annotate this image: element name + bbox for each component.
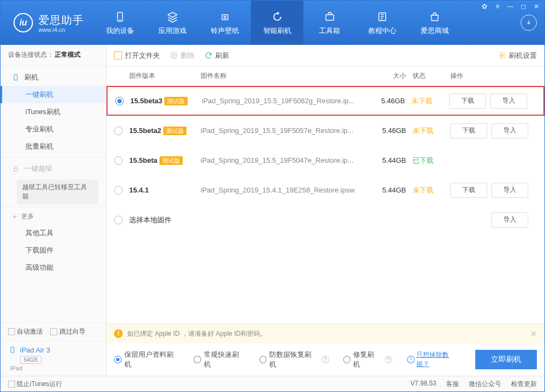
sidebar-item[interactable]: 下载固件: [1, 242, 106, 259]
firmware-version: 15.5beta2测试版: [129, 127, 201, 135]
firmware-version: 15.5beta3测试版: [130, 97, 202, 105]
warning-text: 如已绑定 Apple ID ，请准备好 Apple ID和密码。: [127, 329, 267, 338]
flash-opt-normal[interactable]: 常规快速刷机: [194, 350, 245, 369]
jailbreak-note: 越狱工具已转移至工具箱: [17, 180, 98, 204]
sys-max-icon[interactable]: ◻: [520, 3, 527, 10]
sidebar-item[interactable]: iTunes刷机: [1, 103, 106, 121]
local-fw-radio[interactable]: [114, 216, 123, 224]
flash-opt-keepdata[interactable]: 保留用户资料刷机: [114, 350, 180, 369]
footer-service[interactable]: 客服: [446, 380, 459, 389]
firmware-radio[interactable]: [115, 97, 124, 105]
sidebar-item[interactable]: 专业刷机: [1, 121, 106, 138]
firmware-version: 15.4.1: [129, 186, 201, 194]
device-info[interactable]: iPad Air 3 64GB iPad: [1, 341, 106, 376]
flash-now-button[interactable]: 立即刷机: [475, 350, 537, 369]
firmware-radio[interactable]: [114, 127, 123, 135]
svg-rect-4: [325, 15, 334, 20]
svg-point-10: [501, 55, 503, 57]
beta-badge: 测试版: [163, 127, 187, 135]
firmware-name: iPad_Spring_2019_15.5_19F5057e_Restore.i…: [201, 127, 366, 135]
sys-min-icon[interactable]: —: [507, 3, 514, 10]
refresh-button[interactable]: 刷新: [204, 51, 229, 61]
footer-check-update[interactable]: 检查更新: [511, 380, 537, 389]
flash-icon: [11, 73, 20, 82]
firmware-row[interactable]: 15.5beta测试版 iPad_Spring_2019_15.5_19F504…: [107, 145, 544, 175]
firmware-status: 已下载: [413, 156, 450, 165]
top-tab-tutorial[interactable]: 教程中心: [356, 1, 408, 45]
col-size[interactable]: 大小: [366, 71, 413, 81]
logo-icon: iu: [14, 13, 33, 32]
import-button[interactable]: 导入: [491, 123, 528, 138]
sidebar-item[interactable]: 其他工具: [1, 224, 106, 242]
block-itunes-checkbox[interactable]: 阻止iTunes运行: [8, 380, 62, 389]
info-icon[interactable]: !: [407, 356, 415, 363]
device-icon: [114, 10, 127, 23]
sidebar-item[interactable]: 批量刷机: [1, 138, 106, 155]
sys-menu-icon[interactable]: ≡: [494, 3, 501, 10]
skip-guide-checkbox[interactable]: 跳过向导: [50, 327, 85, 336]
firmware-name: iPad_Spring_2019_15.5_19F5062g_Restore.i…: [202, 97, 365, 105]
top-tab-store[interactable]: 爱思商城: [408, 1, 461, 45]
col-version[interactable]: 固件版本: [129, 71, 201, 81]
import-button[interactable]: 导入: [490, 94, 527, 109]
flash-opt-antirecover[interactable]: 防数据恢复刷机?: [260, 350, 329, 369]
firmware-status: 未下载: [413, 185, 450, 195]
ringtone-icon: [218, 10, 231, 23]
sidebar-group-more[interactable]: 更多: [1, 209, 106, 224]
app-title: 爱思助手: [38, 13, 84, 28]
sys-settings-icon[interactable]: ✿: [481, 3, 488, 10]
warning-close-icon[interactable]: ✕: [530, 329, 537, 338]
open-folder-button[interactable]: 打开文件夹: [114, 51, 160, 61]
firmware-size: 5.46GB: [365, 97, 411, 105]
firmware-row[interactable]: 15.5beta2测试版 iPad_Spring_2019_15.5_19F50…: [107, 116, 544, 145]
firmware-row[interactable]: 15.5beta3测试版 iPad_Spring_2019_15.5_19F50…: [107, 86, 544, 116]
firmware-size: 5.44GB: [366, 186, 413, 194]
col-operation: 操作: [450, 71, 537, 81]
device-icon: [8, 346, 17, 354]
download-button[interactable]: 下载: [450, 183, 487, 198]
sys-close-icon[interactable]: ✕: [533, 3, 540, 10]
firmware-name: iPad_Spring_2019_15.4.1_19E258_Restore.i…: [201, 186, 366, 194]
top-tab-apps[interactable]: 应用游戏: [146, 1, 198, 45]
import-local-button[interactable]: 导入: [491, 212, 528, 228]
device-capacity: 64GB: [20, 356, 42, 364]
firmware-row[interactable]: 15.4.1 iPad_Spring_2019_15.4.1_19E258_Re…: [107, 175, 544, 205]
firmware-radio[interactable]: [114, 156, 123, 165]
svg-rect-8: [11, 347, 14, 353]
help-icon[interactable]: ?: [322, 356, 329, 363]
download-circle-icon[interactable]: [521, 15, 537, 31]
store-icon: [428, 10, 441, 23]
col-name[interactable]: 固件名称: [201, 71, 366, 81]
top-tab-device[interactable]: 我的设备: [94, 1, 146, 45]
local-firmware-row[interactable]: 选择本地固件 导入: [107, 205, 544, 235]
help-icon[interactable]: ?: [385, 356, 393, 363]
app-url: www.i4.cn: [38, 26, 84, 33]
delete-button: 删除: [170, 51, 195, 61]
download-button[interactable]: 下载: [450, 123, 487, 138]
top-tab-flash[interactable]: 智能刷机: [251, 1, 303, 45]
apps-icon: [166, 10, 179, 23]
sidebar-item[interactable]: 高级功能: [1, 259, 106, 276]
tutorial-icon: [376, 10, 389, 23]
firmware-name: iPad_Spring_2019_15.5_19F5047e_Restore.i…: [201, 156, 366, 164]
beta-badge: 测试版: [164, 97, 188, 105]
svg-point-1: [119, 19, 120, 20]
svg-point-3: [224, 16, 226, 18]
flash-settings-button[interactable]: 刷机设置: [498, 51, 537, 61]
flash-opt-repair[interactable]: 修复刷机?: [343, 350, 393, 369]
firmware-radio[interactable]: [114, 186, 123, 195]
auto-activate-checkbox[interactable]: 自动激活: [8, 327, 43, 336]
download-button[interactable]: 下载: [449, 94, 486, 109]
top-tab-toolbox[interactable]: 工具箱: [303, 1, 356, 45]
sidebar-item[interactable]: 一键刷机: [1, 86, 106, 103]
footer-wechat[interactable]: 微信公众号: [469, 380, 501, 389]
device-connection-status: 设备连接状态：正常模式: [1, 45, 106, 65]
sidebar-activation-row: 自动激活 跳过向导: [1, 322, 106, 341]
top-tab-ringtone[interactable]: 铃声壁纸: [198, 1, 251, 45]
device-name-label: iPad Air 3: [20, 346, 50, 354]
sidebar-group-flash[interactable]: 刷机: [1, 69, 106, 86]
erase-data-link[interactable]: 只想抹除数据？: [416, 350, 461, 369]
svg-rect-6: [14, 75, 17, 81]
col-status[interactable]: 状态: [413, 71, 450, 81]
import-button[interactable]: 导入: [491, 183, 528, 198]
